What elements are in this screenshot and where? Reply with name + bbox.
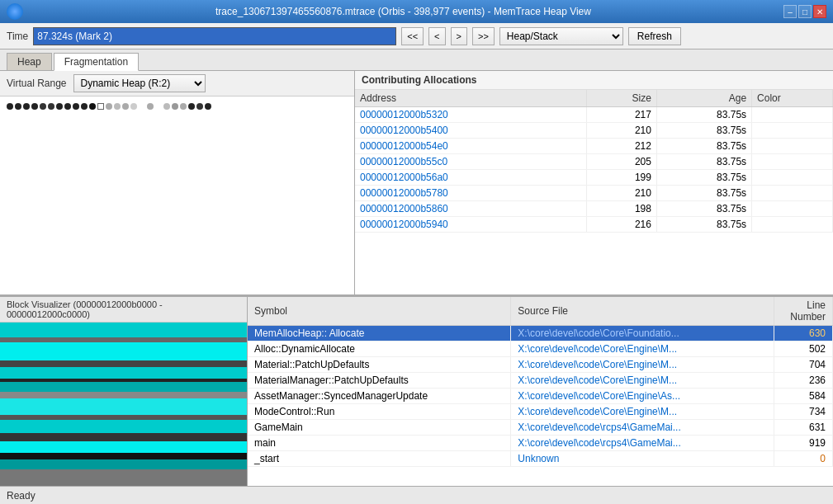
bottom-section: Block Visualizer (00000012000b0000 - 000… bbox=[0, 296, 833, 486]
window-controls: – □ ✕ bbox=[783, 5, 826, 18]
time-input[interactable] bbox=[33, 27, 396, 45]
source-cell: X:\core\devel\code\Core\Engine\As... bbox=[511, 389, 774, 404]
nav-first-button[interactable]: << bbox=[401, 27, 424, 45]
table-row[interactable]: 00000012000b54e0 212 83.75s bbox=[355, 139, 833, 154]
maximize-button[interactable]: □ bbox=[798, 5, 812, 18]
list-item[interactable]: _start Unknown 0 bbox=[248, 451, 833, 467]
symbol-cell: MaterialManager::PatchUpDefaults bbox=[248, 373, 511, 389]
list-item[interactable]: ModeControl::Run X:\core\devel\code\Core… bbox=[248, 404, 833, 420]
nav-prev-button[interactable]: < bbox=[428, 27, 445, 45]
refresh-button[interactable]: Refresh bbox=[628, 27, 681, 45]
symbol-cell: _start bbox=[248, 451, 511, 467]
address-link[interactable]: 00000012000b55c0 bbox=[360, 156, 447, 167]
tab-fragmentation[interactable]: Fragmentation bbox=[54, 53, 139, 71]
col-color: Color bbox=[752, 90, 833, 107]
col-address: Address bbox=[355, 90, 586, 107]
heap-visual bbox=[0, 97, 354, 294]
contributing-table-scroll[interactable]: Address Size Age Color 00000012000b5320 … bbox=[355, 90, 833, 294]
color-cell bbox=[752, 201, 833, 217]
size-cell: 217 bbox=[586, 107, 656, 123]
address-link[interactable]: 00000012000b5780 bbox=[360, 187, 448, 199]
table-row[interactable]: 00000012000b5400 210 83.75s bbox=[355, 123, 833, 139]
table-row[interactable]: 00000012000b5940 216 83.75s bbox=[355, 217, 833, 233]
line-number-cell: 630 bbox=[774, 326, 833, 341]
age-cell: 83.75s bbox=[656, 123, 751, 139]
address-link[interactable]: 00000012000b5320 bbox=[360, 109, 448, 120]
source-cell: X:\core\devel\code\Core\Engine\M... bbox=[511, 373, 774, 389]
symbol-cell: AssetManager::SyncedManagerUpdate bbox=[248, 389, 511, 404]
symbol-cell: GameMain bbox=[248, 420, 511, 436]
address-link[interactable]: 00000012000b5860 bbox=[360, 203, 448, 214]
line-number-cell: 704 bbox=[774, 357, 833, 373]
nav-last-button[interactable]: >> bbox=[472, 27, 495, 45]
size-cell: 210 bbox=[586, 123, 656, 139]
contributing-header: Contributing Allocations bbox=[355, 71, 833, 90]
line-number-cell: 734 bbox=[774, 404, 833, 420]
virtual-range-label: Virtual Range bbox=[7, 78, 67, 89]
cs-col-symbol: Symbol bbox=[248, 297, 511, 326]
age-cell: 83.75s bbox=[656, 170, 751, 186]
age-cell: 83.75s bbox=[656, 154, 751, 170]
list-item[interactable]: main X:\core\devel\code\rcps4\GameMai...… bbox=[248, 436, 833, 451]
line-number-cell: 502 bbox=[774, 341, 833, 357]
title-bar: trace_130671397465560876.mtrace (Orbis -… bbox=[0, 0, 833, 23]
age-cell: 83.75s bbox=[656, 201, 751, 217]
line-number-cell: 0 bbox=[774, 451, 833, 467]
source-cell: X:\core\devel\code\rcps4\GameMai... bbox=[511, 420, 774, 436]
address-link[interactable]: 00000012000b5940 bbox=[360, 219, 448, 230]
call-stack-panel: Symbol Source File Line Number MemAllocH… bbox=[248, 297, 833, 486]
list-item[interactable]: Alloc::DynamicAllocate X:\core\devel\cod… bbox=[248, 341, 833, 357]
age-cell: 83.75s bbox=[656, 107, 751, 123]
virtual-range-select[interactable]: Dynamic Heap (R:2) bbox=[73, 74, 206, 92]
address-link[interactable]: 00000012000b5400 bbox=[360, 125, 448, 136]
main-content: Virtual Range Dynamic Heap (R:2) bbox=[0, 71, 833, 486]
top-section: Virtual Range Dynamic Heap (R:2) bbox=[0, 71, 833, 296]
col-age: Age bbox=[656, 90, 751, 107]
source-cell: Unknown bbox=[511, 451, 774, 467]
cs-col-source: Source File bbox=[511, 297, 774, 326]
symbol-cell: Material::PatchUpDefaults bbox=[248, 357, 511, 373]
block-viz-title: Block Visualizer (00000012000b0000 - 000… bbox=[7, 299, 240, 319]
table-row[interactable]: 00000012000b55c0 205 83.75s bbox=[355, 154, 833, 170]
source-cell: X:\core\devel\code\Core\Engine\M... bbox=[511, 404, 774, 420]
view-select[interactable]: Heap/Stack bbox=[499, 27, 623, 45]
address-link[interactable]: 00000012000b54e0 bbox=[360, 140, 448, 152]
time-label: Time bbox=[7, 31, 28, 42]
list-item[interactable]: MaterialManager::PatchUpDefaults X:\core… bbox=[248, 373, 833, 389]
list-item[interactable]: GameMain X:\core\devel\code\rcps4\GameMa… bbox=[248, 420, 833, 436]
symbol-cell: MemAllocHeap:: Allocate bbox=[248, 326, 511, 341]
list-item[interactable]: Material::PatchUpDefaults X:\core\devel\… bbox=[248, 357, 833, 373]
size-cell: 212 bbox=[586, 139, 656, 154]
line-number-cell: 236 bbox=[774, 373, 833, 389]
line-number-cell: 584 bbox=[774, 389, 833, 404]
status-text: Ready bbox=[7, 490, 35, 502]
table-row[interactable]: 00000012000b5320 217 83.75s bbox=[355, 107, 833, 123]
minimize-button[interactable]: – bbox=[783, 5, 797, 18]
size-cell: 198 bbox=[586, 201, 656, 217]
col-size: Size bbox=[586, 90, 656, 107]
age-cell: 83.75s bbox=[656, 139, 751, 154]
cs-col-line: Line Number bbox=[774, 297, 833, 326]
size-cell: 205 bbox=[586, 154, 656, 170]
line-number-cell: 919 bbox=[774, 436, 833, 451]
color-cell bbox=[752, 217, 833, 233]
table-row[interactable]: 00000012000b56a0 199 83.75s bbox=[355, 170, 833, 186]
source-cell: X:\core\devel\code\rcps4\GameMai... bbox=[511, 436, 774, 451]
close-button[interactable]: ✕ bbox=[813, 5, 826, 18]
block-viz-canvas bbox=[0, 323, 247, 486]
contributing-table: Address Size Age Color 00000012000b5320 … bbox=[355, 90, 833, 233]
list-item[interactable]: AssetManager::SyncedManagerUpdate X:\cor… bbox=[248, 389, 833, 404]
address-link[interactable]: 00000012000b56a0 bbox=[360, 172, 448, 183]
tabs-bar: Heap Fragmentation bbox=[0, 49, 833, 71]
window-title: trace_130671397465560876.mtrace (Orbis -… bbox=[23, 6, 783, 17]
color-cell bbox=[752, 123, 833, 139]
nav-next-button[interactable]: > bbox=[451, 27, 467, 45]
virtual-range-bar: Virtual Range Dynamic Heap (R:2) bbox=[0, 71, 354, 97]
table-row[interactable]: 00000012000b5860 198 83.75s bbox=[355, 201, 833, 217]
symbol-cell: main bbox=[248, 436, 511, 451]
block-viz-header: Block Visualizer (00000012000b0000 - 000… bbox=[0, 297, 247, 323]
list-item[interactable]: MemAllocHeap:: Allocate X:\core\devel\co… bbox=[248, 326, 833, 341]
tab-heap[interactable]: Heap bbox=[7, 53, 52, 70]
table-row[interactable]: 00000012000b5780 210 83.75s bbox=[355, 186, 833, 201]
app-logo bbox=[7, 3, 23, 20]
